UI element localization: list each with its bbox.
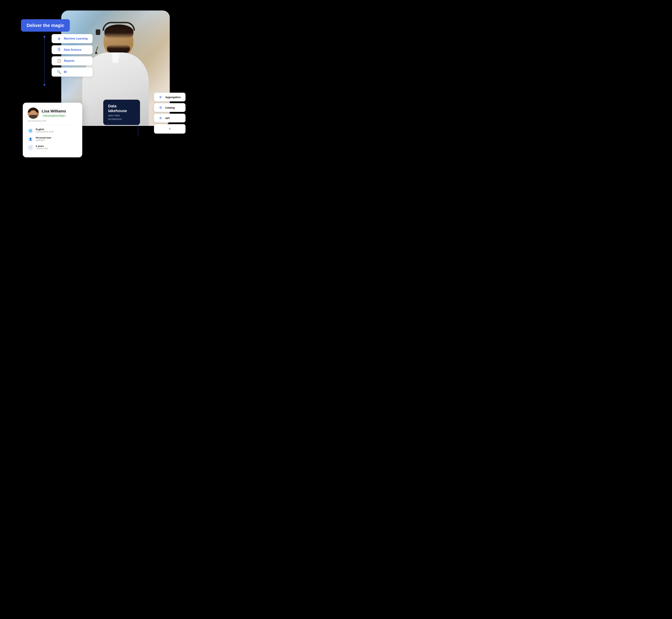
right-card-catalog[interactable]: ⊕ Catalog	[154, 103, 185, 112]
feature-card-data-science[interactable]: 🗄 Data Science	[52, 45, 93, 54]
right-card-api[interactable]: ⊕ API	[154, 114, 185, 122]
search-icon-bi: 🔍	[57, 70, 61, 74]
collar	[109, 53, 122, 63]
hair	[105, 24, 133, 39]
loan-sub: Application	[36, 139, 51, 141]
globe-icon-aggregation: ⊕	[158, 95, 163, 99]
headset-ear-left	[96, 29, 100, 35]
lakehouse-title: Datalakehouse	[108, 104, 135, 113]
profile-name: Lisa Williams	[42, 109, 66, 114]
deliver-magic-text: Deliver the magic	[26, 23, 64, 28]
profile-name-block: Lisa Williams Chat accepted by Parker	[42, 109, 66, 117]
globe-icon-api: ⊕	[158, 116, 163, 120]
feature-card-machine-learning[interactable]: ⊕ Machine Learning	[52, 34, 93, 43]
years-main: 5 years	[36, 145, 48, 147]
years-sub: Customer time	[36, 147, 48, 149]
detail-row-language: 🌐 English Last synced at 10:45	[27, 128, 77, 134]
card-divider	[27, 125, 77, 125]
dot-line-vertical	[44, 36, 45, 85]
detail-row-loan: 👤 Personal loan Application	[27, 136, 77, 142]
avatar	[27, 108, 39, 119]
language-detail: English Last synced at 10:45	[36, 128, 54, 133]
feature-card-bi[interactable]: 🔍 BI	[52, 68, 93, 77]
globe-icon-catalog: ⊕	[158, 106, 163, 110]
deliver-magic-box: Deliver the magic	[21, 19, 70, 31]
reports-label: Reports	[64, 59, 74, 62]
dot-node-top	[44, 36, 45, 38]
right-feature-cards-list: ⊕ Aggregation ⊕ Catalog ⊕ API +	[154, 93, 185, 134]
years-detail: 5 years Customer time	[36, 145, 48, 149]
language-main: English	[36, 128, 54, 131]
language-sub: Last synced at 10:45	[36, 131, 54, 133]
ml-label: Machine Learning	[64, 37, 88, 40]
bi-label: BI	[64, 70, 67, 74]
last-synced-text: Last synced at 10:45	[27, 120, 77, 122]
loan-detail: Personal loan Application	[36, 136, 51, 141]
database-icon-ds: 🗄	[57, 48, 61, 52]
aggregation-label: Aggregation	[165, 96, 181, 98]
dot-node-bottom	[44, 84, 45, 86]
globe-icon-ml: ⊕	[57, 37, 61, 41]
plus-icon: +	[169, 127, 171, 131]
lakehouse-subtitle: open dataarchitecture	[108, 114, 135, 121]
profile-card-header: Lisa Williams Chat accepted by Parker	[27, 108, 77, 119]
headset-mic-tip	[96, 52, 97, 54]
loan-main: Personal loan	[36, 136, 51, 139]
language-icon: 🌐	[27, 128, 33, 134]
right-card-plus[interactable]: +	[154, 124, 185, 134]
right-card-aggregation[interactable]: ⊕ Aggregation	[154, 93, 185, 101]
person-icon: 👤	[27, 136, 33, 142]
api-label: API	[165, 117, 170, 120]
data-lakehouse-card: Datalakehouse open dataarchitecture	[103, 100, 140, 125]
detail-row-years: 🕐 5 years Customer time	[27, 145, 77, 150]
ds-label: Data Science	[64, 48, 81, 51]
chat-badge: Chat accepted by Parker	[42, 114, 66, 117]
clock-icon: 🕐	[27, 145, 33, 150]
avatar-body	[29, 115, 38, 119]
feature-card-reports[interactable]: 📋 Reports	[52, 56, 93, 65]
report-icon: 📋	[57, 59, 61, 63]
feature-cards-list: ⊕ Machine Learning 🗄 Data Science 📋 Repo…	[52, 34, 93, 77]
head	[104, 24, 133, 57]
catalog-label: Catalog	[165, 106, 175, 109]
profile-card-lisa: Lisa Williams Chat accepted by Parker La…	[23, 102, 82, 157]
